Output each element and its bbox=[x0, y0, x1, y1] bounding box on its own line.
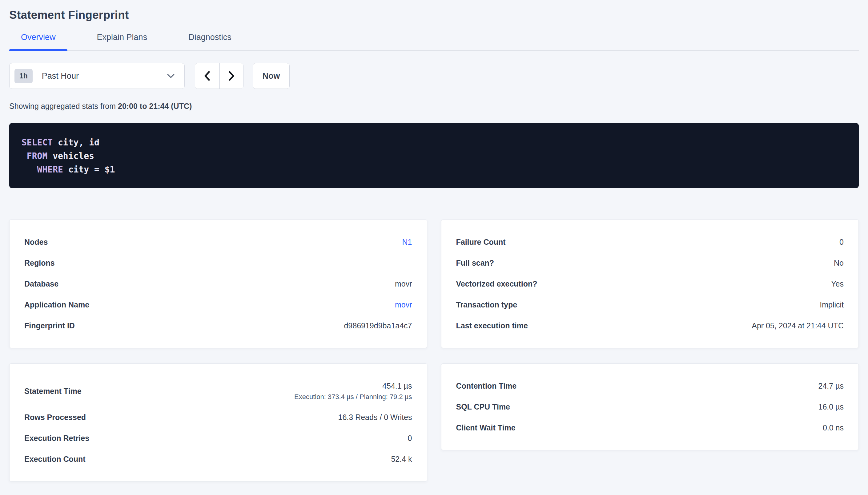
table-row: Vectorized execution? Yes bbox=[456, 273, 844, 294]
row-value: 52.4 k bbox=[391, 455, 412, 464]
stats-range: 20:00 to 21:44 (UTC) bbox=[118, 102, 192, 110]
nodes-link[interactable]: N1 bbox=[402, 238, 412, 246]
statement-fingerprint-page: Statement Fingerprint Overview Explain P… bbox=[0, 0, 868, 481]
next-time-button[interactable] bbox=[219, 63, 243, 88]
row-label: Application Name bbox=[24, 301, 89, 309]
row-value: 0.0 ns bbox=[823, 423, 844, 432]
row-label: Regions bbox=[24, 259, 55, 268]
chevron-left-icon bbox=[203, 70, 211, 82]
execution-attributes-card: Failure Count 0 Full scan? No Vectorized… bbox=[441, 220, 859, 348]
sql-statement-box: SELECT city, id FROM vehicles WHERE city… bbox=[9, 123, 859, 188]
row-label: Execution Retries bbox=[24, 434, 89, 443]
row-label: Last execution time bbox=[456, 321, 528, 330]
row-subvalue: Execution: 373.4 µs / Planning: 79.2 µs bbox=[294, 393, 412, 401]
table-row: Transaction type Implicit bbox=[456, 294, 844, 315]
row-label: Fingerprint ID bbox=[24, 321, 75, 330]
table-row: Contention Time 24.7 µs bbox=[456, 375, 844, 396]
stats-prefix: Showing aggregated stats from bbox=[9, 102, 118, 110]
time-range-label: Past Hour bbox=[42, 71, 166, 81]
table-row: Fingerprint ID d986919d9ba1a4c7 bbox=[24, 315, 412, 336]
statement-details-card: Nodes N1 Regions Database movr Applicati… bbox=[9, 220, 427, 348]
row-label: Statement Time bbox=[24, 387, 82, 396]
row-value: 454.1 µs bbox=[382, 381, 412, 391]
table-row: Application Name movr bbox=[24, 294, 412, 315]
table-row: Statement Time 454.1 µs Execution: 373.4… bbox=[24, 375, 412, 407]
time-range-dropdown[interactable]: 1h Past Hour bbox=[9, 63, 185, 89]
fingerprint-id-value: d986919d9ba1a4c7 bbox=[344, 321, 412, 330]
row-value: 0 bbox=[408, 434, 412, 443]
chevron-right-icon bbox=[228, 70, 235, 82]
table-row: Execution Retries 0 bbox=[24, 428, 412, 448]
row-value: 0 bbox=[839, 238, 844, 246]
time-pager bbox=[195, 63, 244, 89]
last-execution-time-value: Apr 05, 2024 at 21:44 UTC bbox=[752, 321, 844, 330]
sql-line: SELECT city, id bbox=[21, 137, 99, 148]
row-label: Full scan? bbox=[456, 259, 494, 268]
table-row: Last execution time Apr 05, 2024 at 21:4… bbox=[456, 315, 844, 336]
table-row: Client Wait Time 0.0 ns bbox=[456, 417, 844, 438]
page-title: Statement Fingerprint bbox=[9, 0, 859, 21]
row-label: Nodes bbox=[24, 238, 48, 246]
row-label: Failure Count bbox=[456, 238, 506, 246]
row-label: SQL CPU Time bbox=[456, 403, 510, 411]
row-label: Vectorized execution? bbox=[456, 279, 537, 288]
previous-time-button[interactable] bbox=[195, 63, 219, 88]
row-value: 24.7 µs bbox=[818, 381, 844, 391]
row-label: Execution Count bbox=[24, 455, 85, 464]
row-label: Client Wait Time bbox=[456, 423, 515, 432]
row-label: Rows Processed bbox=[24, 413, 86, 422]
application-name-link[interactable]: movr bbox=[395, 301, 412, 309]
row-value: No bbox=[834, 259, 844, 268]
row-value: 16.0 µs bbox=[818, 403, 844, 411]
time-range-badge: 1h bbox=[15, 69, 33, 83]
time-controls: 1h Past Hour bbox=[9, 63, 859, 89]
sql-line: FROM vehicles bbox=[21, 151, 94, 161]
row-value: Yes bbox=[831, 279, 844, 288]
row-value: movr bbox=[395, 279, 412, 288]
table-row: Rows Processed 16.3 Reads / 0 Writes bbox=[24, 407, 412, 428]
table-row: Nodes N1 bbox=[24, 232, 412, 252]
wait-time-card: Contention Time 24.7 µs SQL CPU Time 16.… bbox=[441, 363, 859, 450]
stats-cards-grid: Nodes N1 Regions Database movr Applicati… bbox=[9, 220, 859, 481]
sql-line: WHERE city = $1 bbox=[21, 165, 115, 175]
table-row: SQL CPU Time 16.0 µs bbox=[456, 396, 844, 417]
sql-code: SELECT city, id FROM vehicles WHERE city… bbox=[21, 136, 847, 176]
row-value: Implicit bbox=[820, 301, 844, 309]
tab-diagnostics[interactable]: Diagnostics bbox=[177, 33, 243, 50]
now-button[interactable]: Now bbox=[253, 63, 290, 89]
tab-explain-plans[interactable]: Explain Plans bbox=[85, 33, 159, 50]
row-label: Database bbox=[24, 279, 59, 288]
statement-time-card: Statement Time 454.1 µs Execution: 373.4… bbox=[9, 363, 427, 481]
statement-time-values: 454.1 µs Execution: 373.4 µs / Planning:… bbox=[294, 381, 412, 401]
tab-bar: Overview Explain Plans Diagnostics bbox=[9, 33, 859, 51]
table-row: Execution Count 52.4 k bbox=[24, 448, 412, 470]
table-row: Full scan? No bbox=[456, 252, 844, 273]
table-row: Database movr bbox=[24, 273, 412, 294]
row-label: Contention Time bbox=[456, 381, 517, 391]
aggregated-stats-line: Showing aggregated stats from 20:00 to 2… bbox=[9, 102, 859, 111]
row-label: Transaction type bbox=[456, 301, 518, 309]
tab-overview[interactable]: Overview bbox=[9, 33, 67, 50]
table-row: Failure Count 0 bbox=[456, 232, 844, 252]
row-value: 16.3 Reads / 0 Writes bbox=[338, 413, 412, 422]
table-row: Regions bbox=[24, 252, 412, 273]
chevron-down-icon bbox=[166, 73, 175, 79]
